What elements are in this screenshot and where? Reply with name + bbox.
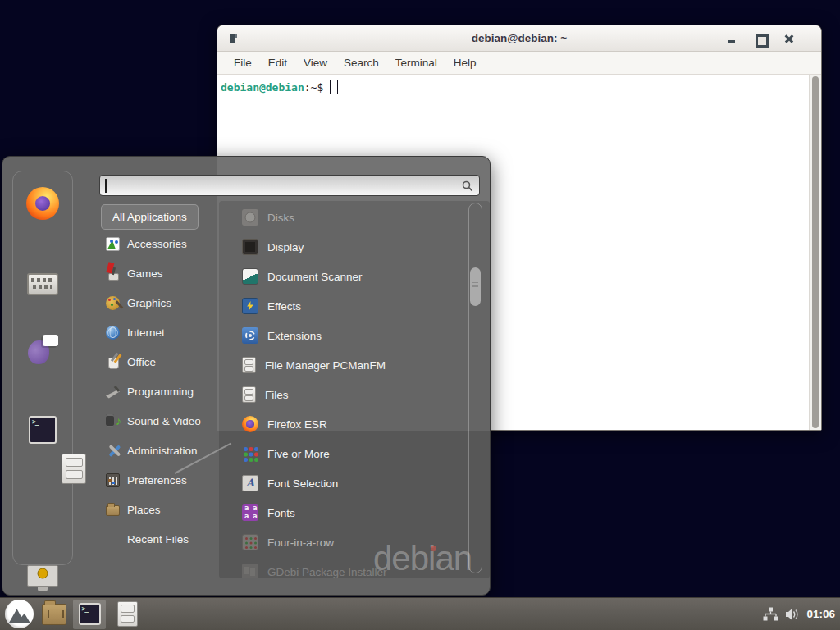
app-list-scrollbar[interactable] <box>468 203 482 573</box>
lock-screen-icon[interactable] <box>27 565 58 587</box>
internet-globe-icon <box>106 326 120 340</box>
menu-view[interactable]: View <box>295 53 336 72</box>
app-list-scrollbar-thumb[interactable] <box>470 267 481 306</box>
taskbar: 01:06 <box>0 597 840 630</box>
terminal-menubar: File Edit View Search Terminal Help <box>217 52 821 75</box>
gdebi-icon <box>242 564 258 578</box>
volume-icon[interactable] <box>785 608 800 621</box>
terminal-icon <box>79 603 101 625</box>
category-preferences[interactable]: Preferences <box>103 465 219 495</box>
app-files[interactable]: Files <box>235 380 467 409</box>
search-icon <box>462 180 473 192</box>
font-selection-icon <box>242 475 258 491</box>
all-applications-button[interactable]: All Applications <box>101 204 199 230</box>
fonts-icon <box>242 504 258 521</box>
five-or-more-dots-icon <box>242 445 258 462</box>
category-programming[interactable]: Programming <box>103 377 219 406</box>
app-firefox-esr[interactable]: Firefox ESR <box>235 409 467 439</box>
category-list: Accessories Games Graphics Internet Offi… <box>103 229 219 554</box>
taskbar-launchers <box>0 598 138 630</box>
menu-edit[interactable]: Edit <box>260 53 295 72</box>
accessories-icon <box>106 237 120 251</box>
app-five-or-more[interactable]: Five or More <box>235 439 467 468</box>
app-four-in-a-row[interactable]: Four-in-a-row <box>235 527 467 557</box>
file-cabinet-icon <box>242 357 256 373</box>
administration-tools-icon <box>106 444 120 458</box>
games-icon <box>106 267 120 281</box>
category-sound-video[interactable]: Sound & Video <box>103 406 219 436</box>
prompt-user-host: debian@debian <box>221 81 304 94</box>
app-gdebi-package-installer[interactable]: GDebi Package Installer <box>235 557 467 578</box>
system-tray: 01:06 <box>763 598 840 630</box>
category-office[interactable]: Office <box>103 347 219 377</box>
app-effects[interactable]: Effects <box>235 291 467 321</box>
display-icon <box>242 239 258 255</box>
app-display[interactable]: Display <box>235 232 467 262</box>
app-file-manager-pcmanfm[interactable]: File Manager PCManFM <box>235 350 467 380</box>
file-cabinet-icon[interactable] <box>117 601 138 627</box>
terminal-window-icon <box>230 34 235 43</box>
preferences-icon <box>106 473 120 487</box>
menu-help[interactable]: Help <box>445 53 485 72</box>
places-folder-icon <box>106 505 120 516</box>
firefox-icon <box>242 416 258 432</box>
category-internet[interactable]: Internet <box>103 317 219 347</box>
terminal-cursor <box>330 80 338 94</box>
prompt-suffix: :~$ <box>304 81 323 94</box>
application-menu: debian All Applications Accessories <box>2 156 491 596</box>
desktop: debian@debian: ~ File Edit View Search T… <box>0 0 840 630</box>
category-recent-files[interactable]: Recent Files <box>103 524 219 554</box>
maximize-button[interactable] <box>754 33 765 44</box>
terminal-task-button[interactable] <box>73 600 106 629</box>
close-button[interactable] <box>783 33 795 44</box>
file-manager-folder-icon[interactable] <box>42 604 66 625</box>
clock[interactable]: 01:06 <box>806 608 835 620</box>
network-icon[interactable] <box>763 607 778 621</box>
file-cabinet-icon <box>242 386 256 403</box>
favorites-sidebar <box>12 171 73 565</box>
menu-search-field[interactable] <box>99 175 480 196</box>
text-caret <box>105 179 107 193</box>
file-cabinet-icon[interactable] <box>62 454 86 484</box>
terminal-scrollbar-thumb[interactable] <box>812 76 819 428</box>
menu-search[interactable]: Search <box>336 53 387 72</box>
terminal-titlebar[interactable]: debian@debian: ~ <box>217 25 821 52</box>
office-icon <box>106 355 120 369</box>
terminal-icon[interactable] <box>29 416 57 444</box>
terminal-scrollbar[interactable] <box>809 75 821 430</box>
disks-icon <box>242 209 258 226</box>
category-graphics[interactable]: Graphics <box>103 288 219 317</box>
document-scanner-icon <box>242 268 258 285</box>
menu-terminal[interactable]: Terminal <box>387 53 445 72</box>
window-title: debian@debian: ~ <box>472 32 567 44</box>
menu-file[interactable]: File <box>226 53 260 72</box>
extensions-gear-icon <box>242 327 258 344</box>
keyboard-icon[interactable] <box>27 273 58 295</box>
application-list: Disks Display Document Scanner Effects E… <box>235 203 467 578</box>
firefox-icon[interactable] <box>26 187 59 220</box>
category-games[interactable]: Games <box>103 258 219 288</box>
app-disks[interactable]: Disks <box>235 203 467 232</box>
category-accessories[interactable]: Accessories <box>103 229 219 258</box>
category-places[interactable]: Places <box>103 495 219 524</box>
app-font-selection[interactable]: Font Selection <box>235 468 467 498</box>
four-in-a-row-icon <box>242 534 258 550</box>
graphics-icon <box>106 296 120 310</box>
pidgin-icon[interactable] <box>27 333 58 364</box>
effects-icon <box>242 298 258 314</box>
menu-button[interactable] <box>5 600 34 628</box>
category-administration[interactable]: Administration <box>103 436 219 465</box>
minimize-button[interactable] <box>726 33 737 44</box>
app-fonts[interactable]: Fonts <box>235 498 467 527</box>
app-extensions[interactable]: Extensions <box>235 321 467 350</box>
shell-prompt: debian@debian:~$ <box>221 80 338 94</box>
sound-video-icon <box>106 414 120 428</box>
programming-icon <box>106 385 120 399</box>
app-document-scanner[interactable]: Document Scanner <box>235 262 467 291</box>
